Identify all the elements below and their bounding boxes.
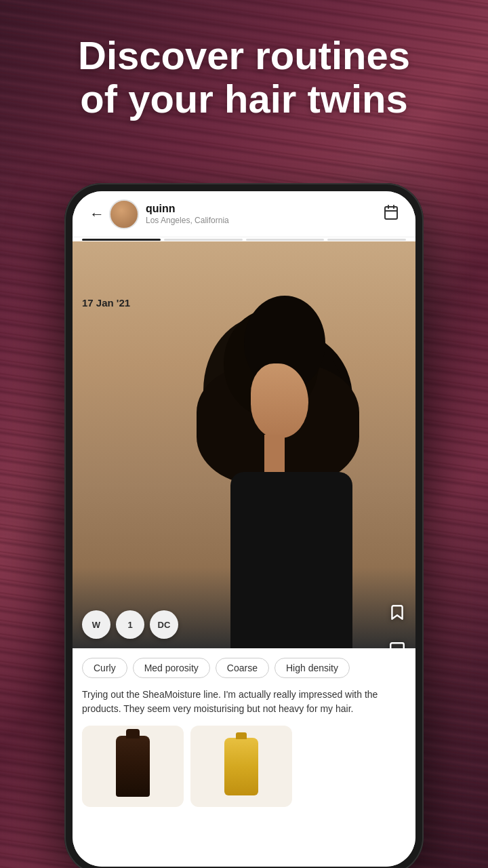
- back-arrow-icon: ←: [89, 205, 104, 223]
- svg-rect-0: [385, 207, 397, 219]
- hero-title: Discover routines of your hair twins: [0, 34, 488, 121]
- product-2[interactable]: [190, 726, 292, 807]
- side-actions: 2 12: [388, 292, 406, 648]
- badge-w: W: [82, 610, 110, 639]
- photo-content: [73, 255, 415, 648]
- product-1[interactable]: [82, 726, 184, 807]
- story-bar-1: [82, 239, 161, 241]
- tag-curly[interactable]: Curly: [82, 658, 127, 678]
- photo-area: 17 Jan '21: [73, 241, 415, 648]
- tag-coarse[interactable]: Coarse: [216, 658, 269, 678]
- phone-screen: ← quinn Los Angeles, California: [73, 191, 415, 867]
- product-bottle-yellow: [224, 738, 258, 795]
- hero-section: Discover routines of your hair twins: [0, 34, 488, 121]
- badge-dc: DC: [150, 610, 178, 639]
- phone-frame: ← quinn Los Angeles, California: [64, 183, 424, 868]
- tag-med-porosity[interactable]: Med porosity: [133, 658, 210, 678]
- user-location: Los Angeles, California: [146, 216, 379, 225]
- photo-badges: W 1 DC: [82, 610, 178, 639]
- avatar: [109, 199, 139, 229]
- bookmark-button[interactable]: [388, 604, 406, 626]
- calendar-button[interactable]: [379, 202, 403, 226]
- story-bar-2: [164, 239, 243, 241]
- product-row: [82, 726, 406, 807]
- face-shape: [251, 363, 308, 438]
- comment-button[interactable]: 2: [388, 641, 406, 648]
- bookmark-icon: [388, 604, 406, 626]
- content-area: Curly Med porosity Coarse High density T…: [73, 648, 415, 867]
- post-description: Trying out the SheaMoisture line. I'm ac…: [82, 688, 406, 716]
- calendar-icon: [383, 204, 399, 224]
- back-button[interactable]: ←: [85, 202, 109, 226]
- user-name: quinn: [146, 203, 379, 215]
- tag-high-density[interactable]: High density: [274, 658, 350, 678]
- story-bar-3: [246, 239, 325, 241]
- date-label: 17 Jan '21: [82, 294, 130, 311]
- product-bottle-dark: [116, 736, 150, 797]
- user-info: quinn Los Angeles, California: [146, 203, 379, 225]
- body-shape: [230, 472, 352, 648]
- app-header: ← quinn Los Angeles, California: [73, 191, 415, 237]
- badge-1: 1: [116, 610, 144, 639]
- comment-icon: [388, 641, 406, 648]
- story-bar-4: [327, 239, 406, 241]
- hair-tags: Curly Med porosity Coarse High density: [82, 658, 406, 678]
- story-progress: [73, 237, 415, 241]
